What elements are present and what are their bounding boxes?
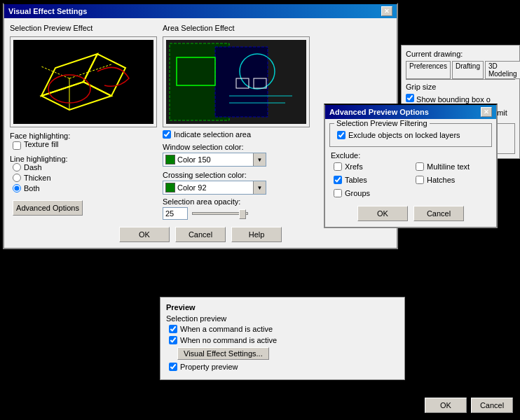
crossing-color-text: Color 92 bbox=[177, 183, 207, 192]
slider-container: 25 bbox=[163, 207, 310, 220]
opacity-label: Selection area opacity: bbox=[163, 197, 310, 206]
advanced-cancel-button[interactable]: Cancel bbox=[413, 206, 464, 221]
opacity-value-box: 25 bbox=[163, 207, 188, 220]
when-command-active-checkbox[interactable] bbox=[169, 325, 177, 333]
advanced-buttons-row: OK Cancel bbox=[325, 206, 496, 221]
cancel-button[interactable]: Cancel bbox=[175, 227, 226, 242]
bottom-preview-panel: Preview Selection preview When a command… bbox=[160, 297, 405, 380]
show-bounding-checkbox[interactable] bbox=[406, 94, 414, 102]
multiline-checkbox[interactable] bbox=[416, 162, 424, 171]
advanced-ok-button[interactable]: OK bbox=[357, 206, 408, 221]
exclude-label: Exclude: bbox=[331, 151, 491, 160]
property-preview-row: Property preview bbox=[169, 363, 399, 371]
area-selection-panel: Area Selection Effect bbox=[163, 24, 310, 220]
filter-group-title: Selection Preview Filtering bbox=[334, 119, 430, 127]
xrefs-checkbox[interactable] bbox=[334, 162, 342, 171]
line-highlight-section: Line highlighting: Dash Thicken Both bbox=[10, 155, 157, 192]
window-color-arrow[interactable]: ▼ bbox=[253, 153, 266, 166]
advanced-options-button[interactable]: Advanced Options bbox=[13, 200, 83, 216]
advanced-dialog: Advanced Preview Options ✕ Selection Pre… bbox=[324, 104, 498, 228]
advanced-titlebar: Advanced Preview Options ✕ bbox=[325, 105, 496, 119]
opacity-slider[interactable] bbox=[192, 212, 248, 215]
tab-3d-modeling[interactable]: 3D Modeling bbox=[485, 61, 520, 79]
close-icon: ✕ bbox=[384, 8, 390, 15]
tables-row: Tables bbox=[334, 176, 409, 184]
preview-section-title: Preview bbox=[166, 303, 399, 312]
main-dialog-titlebar: Visual Effect Settings ✕ bbox=[4, 4, 397, 18]
xrefs-row: Xrefs bbox=[334, 162, 409, 171]
tab-preferences[interactable]: Preferences bbox=[406, 61, 451, 79]
slider-thumb[interactable] bbox=[239, 209, 246, 219]
crossing-color-label: Crossing selection color: bbox=[163, 171, 310, 179]
hatches-label: Hatches bbox=[427, 176, 455, 184]
texture-fill-checkbox[interactable] bbox=[13, 141, 21, 150]
close-button[interactable]: ✕ bbox=[381, 6, 392, 16]
crossing-color-swatch bbox=[165, 183, 175, 192]
filter-group-box: Selection Preview Filtering Exclude obje… bbox=[329, 123, 492, 147]
dash-row: Dash bbox=[13, 163, 157, 172]
indicate-label: Indicate selection area bbox=[174, 130, 251, 139]
tables-checkbox[interactable] bbox=[334, 176, 342, 184]
thicken-label: Thicken bbox=[24, 174, 51, 182]
show-bounding-row: Show bounding box o bbox=[406, 94, 515, 104]
property-preview-checkbox[interactable] bbox=[169, 363, 177, 371]
svg-rect-10 bbox=[215, 47, 268, 117]
indicate-checkbox[interactable] bbox=[163, 130, 171, 139]
when-no-command-checkbox[interactable] bbox=[169, 336, 177, 344]
grip-size-label: Grip size bbox=[406, 83, 515, 91]
thicken-row: Thicken bbox=[13, 174, 157, 182]
dash-label: Dash bbox=[24, 163, 42, 172]
opacity-row: Selection area opacity: 25 bbox=[163, 197, 310, 220]
thicken-radio[interactable] bbox=[13, 174, 21, 182]
advanced-content: Selection Preview Filtering Exclude obje… bbox=[325, 123, 496, 221]
exclude-layers-label: Exclude objects on locked layers bbox=[348, 131, 460, 139]
hatches-checkbox[interactable] bbox=[416, 176, 424, 184]
advanced-titlebar-buttons: ✕ bbox=[481, 107, 492, 117]
crossing-color-row: Crossing selection color: Color 92 ▼ bbox=[163, 171, 310, 195]
visual-effect-settings-button[interactable]: Visual Effect Settings... bbox=[177, 347, 269, 360]
both-row: Both bbox=[13, 184, 157, 192]
exclude-layers-checkbox[interactable] bbox=[337, 131, 345, 139]
window-color-dropdown[interactable]: Color 150 ▼ bbox=[163, 153, 266, 167]
opacity-value: 25 bbox=[165, 209, 174, 218]
tab-drafting[interactable]: Drafting bbox=[452, 61, 484, 79]
window-color-text: Color 150 bbox=[177, 155, 211, 164]
window-color-swatch bbox=[165, 155, 175, 164]
visual-effect-btn-row: Visual Effect Settings... bbox=[177, 347, 399, 360]
main-dialog-title: Visual Effect Settings bbox=[8, 7, 87, 15]
when-command-active-row: When a command is active bbox=[169, 325, 399, 333]
cube-preview-svg bbox=[13, 40, 153, 124]
when-no-command-row: When no command is active bbox=[169, 336, 399, 344]
exclude-grid: Xrefs Multiline text Tables Hatches Grou… bbox=[325, 162, 496, 200]
grip-size-section: Grip size bbox=[406, 83, 515, 91]
help-button[interactable]: Help bbox=[231, 227, 282, 242]
crossing-color-dropdown[interactable]: Color 92 ▼ bbox=[163, 181, 266, 195]
xrefs-label: Xrefs bbox=[345, 162, 363, 171]
tables-label: Tables bbox=[345, 176, 367, 184]
when-no-command-label: When no command is active bbox=[180, 336, 277, 344]
hatches-row: Hatches bbox=[416, 176, 491, 184]
groups-row: Groups bbox=[334, 189, 409, 197]
ok-button[interactable]: OK bbox=[119, 227, 170, 242]
preview-image bbox=[13, 40, 153, 124]
line-highlighting-label: Line highlighting: bbox=[10, 155, 157, 163]
when-command-active-label: When a command is active bbox=[180, 325, 273, 333]
property-preview-label: Property preview bbox=[180, 363, 238, 371]
area-preview-svg bbox=[166, 40, 306, 124]
multiline-label: Multiline text bbox=[427, 162, 470, 171]
advanced-close-button[interactable]: ✕ bbox=[481, 107, 492, 117]
both-radio[interactable] bbox=[13, 184, 21, 192]
current-drawing-row: Current drawing: bbox=[406, 50, 515, 58]
crossing-color-arrow[interactable]: ▼ bbox=[253, 181, 266, 194]
bottom-ok-button[interactable]: OK bbox=[425, 398, 467, 413]
groups-checkbox[interactable] bbox=[334, 189, 342, 197]
area-selection-title: Area Selection Effect bbox=[163, 24, 310, 32]
bottom-cancel-button[interactable]: Cancel bbox=[471, 398, 513, 413]
groups-label: Groups bbox=[345, 189, 370, 197]
dash-radio[interactable] bbox=[13, 163, 21, 172]
exclude-layers-row: Exclude objects on locked layers bbox=[337, 131, 487, 139]
window-color-row: Window selection color: Color 150 ▼ bbox=[163, 143, 310, 167]
area-preview-image bbox=[166, 40, 306, 124]
main-buttons-row: OK Cancel Help bbox=[10, 227, 391, 242]
selection-preview-panel: Selection Preview Effect bbox=[10, 24, 157, 220]
